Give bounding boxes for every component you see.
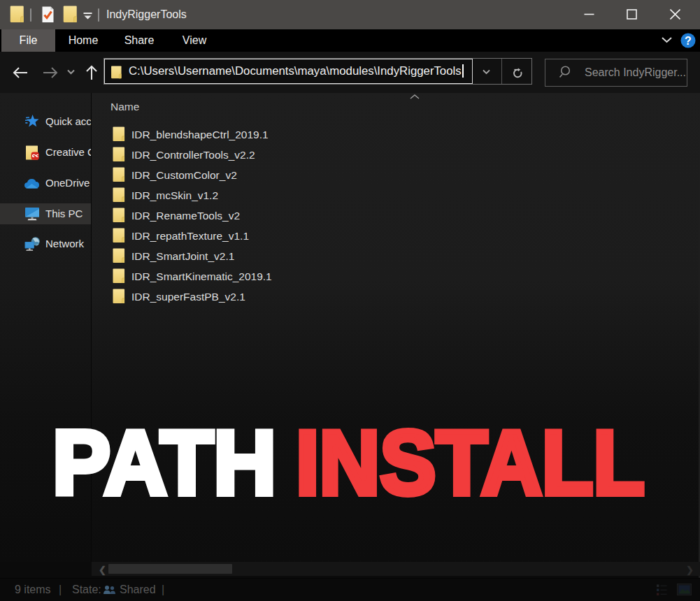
svg-text:?: ? [685,35,692,47]
